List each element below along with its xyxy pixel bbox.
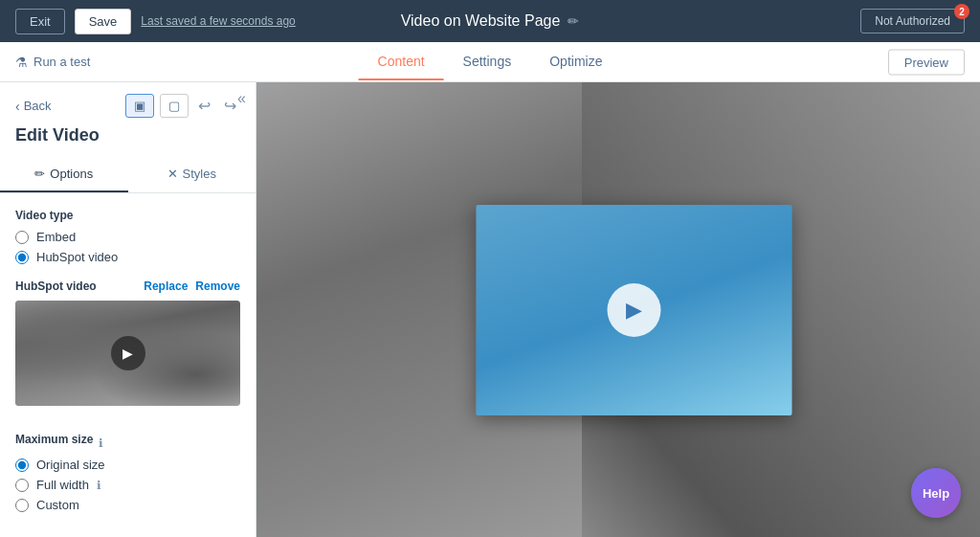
tab-settings[interactable]: Settings (444, 44, 531, 80)
main-layout: « ‹ Back ▣ ▢ ↩ ↪ Edit Video ✏ Options ✕ … (0, 82, 980, 537)
top-bar-left: Exit Save Last saved a few seconds ago (15, 9, 296, 34)
sub-nav: ⚗ Run a test Content Settings Optimize P… (0, 42, 980, 82)
radio-hubspot-input[interactable] (15, 251, 29, 264)
tab-styles[interactable]: ✕ Styles (128, 157, 256, 192)
top-bar: Exit Save Last saved a few seconds ago V… (0, 0, 980, 42)
not-authorized-button[interactable]: Not Authorized 2 (860, 9, 965, 34)
mobile-view-button[interactable]: ▢ (160, 94, 189, 118)
max-size-info-icon[interactable]: ℹ (99, 436, 103, 450)
video-type-section: Video type Embed HubSpot video (0, 209, 256, 280)
back-arrow-icon: ‹ (15, 99, 20, 114)
tab-optimize[interactable]: Optimize (530, 44, 621, 80)
radio-original-label: Original size (36, 458, 105, 472)
replace-link[interactable]: Replace (144, 280, 188, 293)
max-size-label: Maximum size (15, 433, 93, 446)
radio-original-input[interactable] (15, 459, 29, 472)
last-saved-text: Last saved a few seconds ago (141, 14, 295, 28)
video-type-label: Video type (15, 209, 240, 222)
x-icon: ✕ (167, 167, 178, 181)
back-label: Back (24, 99, 52, 113)
video-thumbnail[interactable]: ▶ (15, 301, 240, 406)
preview-button[interactable]: Preview (888, 49, 965, 75)
radio-full-width[interactable]: Full width ℹ (15, 478, 240, 492)
radio-custom[interactable]: Custom (15, 498, 240, 512)
remove-link[interactable]: Remove (195, 280, 240, 293)
video-overlay[interactable]: ▶ (477, 205, 792, 415)
radio-fullwidth-label: Full width (36, 478, 89, 492)
video-thumb-overlay: ▶ (15, 301, 240, 406)
radio-embed[interactable]: Embed (15, 230, 240, 244)
play-button-large[interactable]: ▶ (608, 283, 661, 337)
radio-hubspot[interactable]: HubSpot video (15, 250, 240, 264)
max-size-label-row: Maximum size ℹ (15, 433, 240, 454)
tab-options[interactable]: ✏ Options (0, 157, 128, 192)
help-button[interactable]: Help (911, 468, 961, 518)
sidebar-tabs: ✏ Options ✕ Styles (0, 157, 256, 193)
pencil-icon: ✏ (34, 167, 45, 181)
run-test-button[interactable]: ⚗ Run a test (15, 55, 90, 70)
top-bar-right: Not Authorized 2 (860, 9, 965, 34)
radio-original-size[interactable]: Original size (15, 458, 240, 472)
sidebar-header: ‹ Back ▣ ▢ ↩ ↪ (0, 82, 256, 125)
radio-custom-label: Custom (36, 498, 79, 512)
run-test-label: Run a test (33, 55, 90, 69)
sidebar: « ‹ Back ▣ ▢ ↩ ↪ Edit Video ✏ Options ✕ … (0, 82, 256, 537)
hubspot-video-label: HubSpot video (15, 280, 97, 293)
page-title: Video on Website Page (401, 12, 561, 30)
options-tab-label: Options (50, 167, 93, 181)
canvas: ▶ Help (256, 82, 980, 537)
flask-icon: ⚗ (15, 55, 28, 70)
radio-embed-input[interactable] (15, 231, 29, 244)
sidebar-title: Edit Video (0, 125, 256, 157)
styles-tab-label: Styles (183, 167, 216, 181)
hubspot-video-section: HubSpot video Replace Remove ▶ (0, 280, 256, 421)
video-type-radio-group: Embed HubSpot video (15, 230, 240, 264)
video-actions: Replace Remove (144, 280, 240, 293)
notification-badge: 2 (954, 4, 969, 19)
save-button[interactable]: Save (75, 9, 132, 34)
sub-nav-tabs: Content Settings Optimize (359, 44, 622, 80)
collapse-sidebar-button[interactable]: « (228, 82, 256, 115)
radio-custom-input[interactable] (15, 499, 29, 512)
full-width-info-icon[interactable]: ℹ (97, 479, 101, 492)
max-size-radio-group: Original size Full width ℹ Custom (15, 458, 240, 512)
top-bar-center: Video on Website Page ✏ (401, 12, 580, 30)
back-button[interactable]: ‹ Back (15, 99, 52, 114)
sidebar-tools: ▣ ▢ ↩ ↪ (125, 94, 240, 118)
undo-button[interactable]: ↩ (194, 95, 214, 117)
tab-content[interactable]: Content (359, 44, 444, 80)
edit-title-icon[interactable]: ✏ (568, 13, 579, 29)
radio-embed-label: Embed (36, 230, 76, 244)
play-button-small[interactable]: ▶ (111, 336, 145, 370)
desktop-view-button[interactable]: ▣ (125, 94, 154, 118)
hubspot-video-label-row: HubSpot video Replace Remove (15, 280, 240, 293)
radio-hubspot-label: HubSpot video (36, 250, 118, 264)
radio-fullwidth-input[interactable] (15, 479, 29, 492)
max-size-section: Maximum size ℹ Original size Full width … (0, 421, 256, 524)
exit-button[interactable]: Exit (15, 9, 65, 34)
